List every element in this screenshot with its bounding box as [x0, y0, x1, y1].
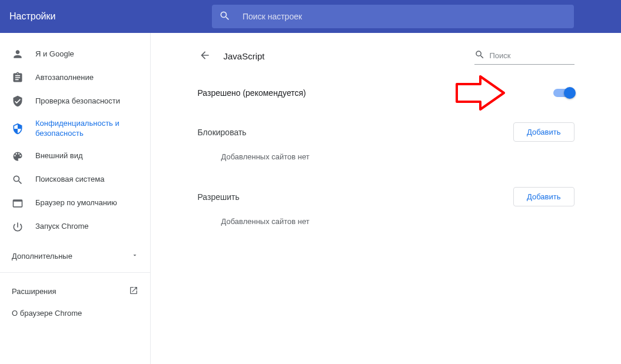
app-header: Настройки	[0, 0, 621, 33]
main-content: JavaScript Разрешено (рекомендуется) Бло…	[151, 33, 621, 364]
block-add-button[interactable]: Добавить	[513, 122, 574, 142]
sidebar-item-label: Автозаполнение	[35, 73, 94, 83]
block-empty-text: Добавленных сайтов нет	[198, 144, 574, 168]
sidebar-item-label: Браузер по умолчанию	[35, 198, 117, 208]
javascript-toggle[interactable]	[553, 89, 574, 97]
power-icon	[12, 221, 24, 233]
header-search-input[interactable]	[243, 12, 567, 21]
page-search[interactable]	[474, 47, 574, 65]
sidebar-item-default-browser[interactable]: Браузер по умолчанию	[0, 192, 150, 215]
sidebar-item-privacy-security[interactable]: Конфиденциальность и безопасность	[0, 113, 150, 145]
block-section-title: Блокировать	[198, 128, 247, 137]
clipboard-icon	[12, 72, 24, 84]
sidebar-item-autofill[interactable]: Автозаполнение	[0, 66, 150, 89]
about-chrome-link[interactable]: О браузере Chrome	[0, 303, 150, 323]
sidebar-item-safety-check[interactable]: Проверка безопасности	[0, 89, 150, 113]
app-title: Настройки	[0, 11, 153, 22]
arrow-back-icon	[199, 49, 211, 63]
extensions-link[interactable]: Расширения	[0, 280, 150, 303]
shield-check-icon	[12, 95, 24, 107]
about-label: О браузере Chrome	[12, 309, 82, 318]
sidebar-item-label: Внешний вид	[35, 151, 83, 161]
sidebar-item-search-engine[interactable]: Поисковая система	[0, 168, 150, 192]
allow-section: Разрешить Добавить Добавленных сайтов не…	[198, 176, 574, 241]
back-button[interactable]	[198, 49, 212, 63]
allow-section-title: Разрешить	[198, 192, 240, 202]
page-title: JavaScript	[224, 51, 265, 61]
page-header: JavaScript	[198, 47, 574, 76]
search-icon	[12, 174, 24, 186]
search-icon	[219, 10, 231, 24]
header-search[interactable]	[212, 5, 574, 28]
sidebar-item-label: Я и Google	[35, 49, 74, 59]
security-icon	[12, 123, 24, 135]
sidebar-item-label: Поисковая система	[35, 175, 105, 185]
browser-icon	[12, 198, 24, 209]
sidebar-item-label: Проверка безопасности	[35, 96, 120, 106]
block-section: Блокировать Добавить Добавленных сайтов …	[198, 112, 574, 176]
advanced-toggle[interactable]: Дополнительные	[0, 246, 150, 268]
person-icon	[12, 48, 24, 60]
page-search-input[interactable]	[490, 51, 589, 60]
allowed-row: Разрешено (рекомендуется)	[198, 76, 574, 112]
sidebar: Я и Google Автозаполнение Проверка безоп…	[0, 33, 151, 364]
palette-icon	[12, 151, 24, 162]
open-in-new-icon	[129, 286, 138, 297]
sidebar-item-label: Запуск Chrome	[35, 222, 89, 232]
chevron-down-icon	[131, 252, 138, 261]
advanced-label: Дополнительные	[12, 252, 72, 261]
sidebar-item-on-startup[interactable]: Запуск Chrome	[0, 215, 150, 239]
sidebar-item-appearance[interactable]: Внешний вид	[0, 145, 150, 168]
search-icon	[474, 49, 485, 62]
divider	[0, 272, 150, 273]
sidebar-item-label: Конфиденциальность и безопасность	[35, 119, 138, 139]
sidebar-item-you-and-google[interactable]: Я и Google	[0, 42, 150, 66]
allow-empty-text: Добавленных сайтов нет	[198, 209, 574, 233]
allowed-label: Разрешено (рекомендуется)	[198, 88, 306, 98]
allow-add-button[interactable]: Добавить	[513, 187, 574, 206]
extensions-label: Расширения	[12, 287, 57, 296]
